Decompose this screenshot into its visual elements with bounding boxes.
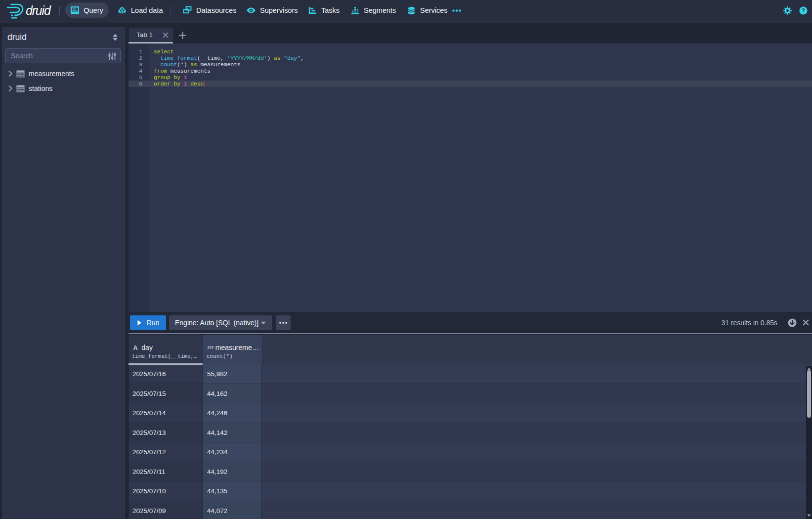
svg-text:?: ? xyxy=(802,7,805,13)
